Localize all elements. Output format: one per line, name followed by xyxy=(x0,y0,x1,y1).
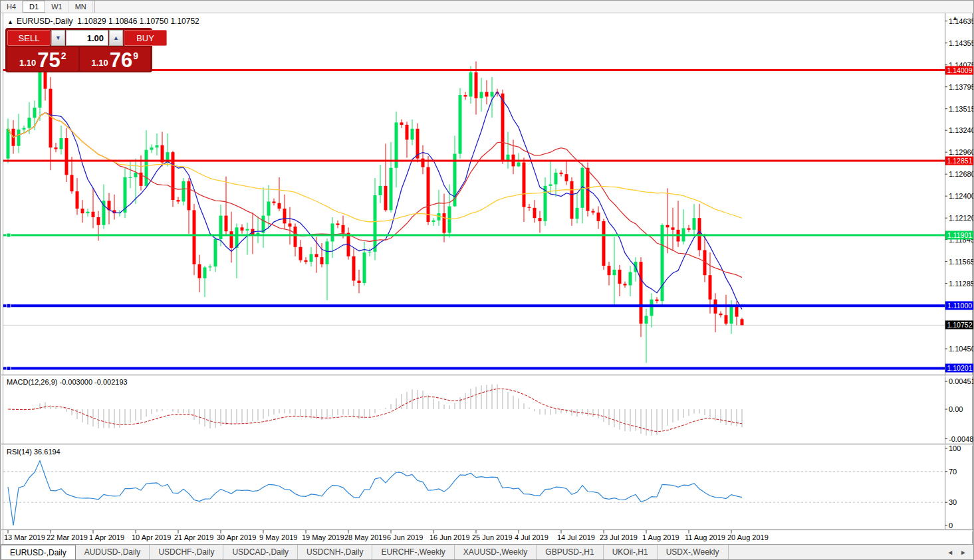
price-level-badge: 1.11901 xyxy=(945,231,974,240)
timeframe-button-d1[interactable]: D1 xyxy=(23,1,45,13)
date-axis-label: 10 Apr 2019 xyxy=(132,533,171,541)
price-scale-tick: 1.12680 xyxy=(949,170,974,178)
trading-terminal-window: H4D1W1MN ▲EURUSD-,Daily 1.10829 1.10846 … xyxy=(0,0,974,560)
buy-price-sup: 9 xyxy=(133,50,138,61)
buy-price-display[interactable]: 1.10 76 9 xyxy=(80,47,151,71)
level-line-handle[interactable] xyxy=(7,304,11,308)
chart-tab-gbpusd-h1[interactable]: GBPUSD-,H1 xyxy=(537,545,603,559)
buy-price-big: 76 xyxy=(110,50,132,70)
trade-panel-collapse-icon[interactable]: ▲ xyxy=(7,19,13,25)
ohlc-values: 1.10829 1.10846 1.10750 1.10752 xyxy=(77,17,199,26)
price-scale-tick: 1.13795 xyxy=(949,83,974,91)
price-level-badge: 1.11000 xyxy=(945,302,974,310)
sell-price-sup: 2 xyxy=(61,50,66,61)
chart-title: ▲EURUSD-,Daily 1.10829 1.10846 1.10750 1… xyxy=(7,17,199,26)
price-scale-tick: 1.11565 xyxy=(949,258,974,266)
date-axis-label: 1 Aug 2019 xyxy=(642,533,679,541)
price-level-badge: 1.12851 xyxy=(945,157,974,165)
rsi-scale-tick: 70 xyxy=(949,468,957,476)
volume-input[interactable] xyxy=(66,30,108,46)
chart-tab-audusd-daily[interactable]: AUDUSD-,Daily xyxy=(76,545,150,559)
toolbar-separator xyxy=(94,1,95,13)
tab-scroll-right-icon[interactable]: ► xyxy=(960,549,967,556)
price-scale-tick: 1.14355 xyxy=(949,39,974,47)
sell-price-big: 75 xyxy=(37,50,60,70)
price-level-badge: 1.10752 xyxy=(945,321,974,329)
price-scale-tick: 1.12400 xyxy=(949,192,974,200)
sell-price-display[interactable]: 1.10 75 2 xyxy=(7,47,78,71)
level-line-handle[interactable] xyxy=(7,233,11,237)
symbol-timeframe-label: EURUSD-,Daily xyxy=(17,17,73,26)
timeframe-button-mn[interactable]: MN xyxy=(69,1,93,13)
date-axis-label: 23 Jul 2019 xyxy=(600,533,638,541)
volume-decrease-button[interactable]: ▼ xyxy=(51,30,65,46)
volume-increase-button[interactable]: ▲ xyxy=(109,30,123,46)
price-scale-tick: 1.13515 xyxy=(949,105,974,113)
timeframe-button-h4[interactable]: H4 xyxy=(1,1,23,13)
rsi-scale-tick: 100 xyxy=(949,444,961,452)
date-axis-label: 30 Apr 2019 xyxy=(217,533,256,541)
date-axis-label: 22 Mar 2019 xyxy=(47,533,88,541)
date-axis-label: 6 Jun 2019 xyxy=(387,533,423,541)
tab-scroll-nav: ◄► xyxy=(940,545,973,559)
rsi-scale-tick: 30 xyxy=(949,498,957,506)
tab-scroll-left-icon[interactable]: ◄ xyxy=(947,549,953,556)
timeframe-button-w1[interactable]: W1 xyxy=(45,1,69,13)
chart-tab-xauusd-weekly[interactable]: XAUUSD-,Weekly xyxy=(455,545,537,559)
rsi-indicator-label: RSI(14) 36.6194 xyxy=(7,448,61,456)
macd-scale-tick: 0.004517 xyxy=(949,377,974,385)
sell-price-prefix: 1.10 xyxy=(19,58,36,68)
price-scale-tick: 1.13240 xyxy=(949,126,974,134)
date-axis-label: 9 May 2019 xyxy=(259,533,297,541)
price-scale-tick: 1.12960 xyxy=(949,148,974,156)
price-scale-tick: 1.11285 xyxy=(949,280,974,288)
chart-tab-usdcnh-daily[interactable]: USDCNH-,Daily xyxy=(298,545,372,559)
macd-indicator-label: MACD(12,26,9) -0.003000 -0.002193 xyxy=(7,378,128,386)
sell-button[interactable]: SELL xyxy=(7,30,51,46)
date-axis-label: 25 Jun 2019 xyxy=(472,533,513,541)
chart-tab-usdchf-daily[interactable]: USDCHF-,Daily xyxy=(150,545,223,559)
date-axis-label: 28 May 2019 xyxy=(344,533,387,541)
chart-tab-usdx-weekly[interactable]: USDX-,Weekly xyxy=(658,545,729,559)
price-scale-tick: 1.12120 xyxy=(949,214,974,222)
chart-tab-eurusd-daily[interactable]: EURUSD-,Daily xyxy=(1,545,76,559)
price-level-badge: 1.14009 xyxy=(945,66,974,74)
price-scale-tick: 1.10450 xyxy=(949,345,974,353)
date-axis-label: 13 Mar 2019 xyxy=(4,533,45,541)
buy-button[interactable]: BUY xyxy=(124,30,167,46)
date-axis-label: 21 Apr 2019 xyxy=(174,533,213,541)
price-level-badge: 1.10201 xyxy=(945,364,974,373)
macd-scale-tick: -0.004806 xyxy=(949,435,974,443)
chart-tab-bar: EURUSD-,DailyAUDUSD-,DailyUSDCHF-,DailyU… xyxy=(1,544,973,559)
timeframe-toolbar: H4D1W1MN xyxy=(1,1,973,13)
date-axis-label: 11 Aug 2019 xyxy=(685,533,725,541)
chart-tab-usdcad-daily[interactable]: USDCAD-,Daily xyxy=(223,545,298,559)
chart-tab-eurchf-weekly[interactable]: EURCHF-,Weekly xyxy=(372,545,454,559)
date-axis-label: 4 Jul 2019 xyxy=(515,533,548,541)
date-axis-label: 1 Apr 2019 xyxy=(89,533,124,541)
chart-canvas[interactable] xyxy=(1,1,974,560)
level-line-handle[interactable] xyxy=(7,366,11,370)
scale-top-arrow-icon[interactable]: ▲ xyxy=(952,15,958,21)
date-axis-label: 20 Aug 2019 xyxy=(727,533,769,541)
rsi-scale-tick: 0 xyxy=(949,521,953,529)
one-click-trade-panel: SELL ▼ ▲ BUY 1.10 75 2 1.10 76 9 xyxy=(5,28,152,72)
buy-price-prefix: 1.10 xyxy=(91,58,108,68)
date-axis-label: 16 Jun 2019 xyxy=(429,533,470,541)
chart-tab-ukoil-h1[interactable]: UKOil-,H1 xyxy=(604,545,658,559)
date-axis-label: 14 Jul 2019 xyxy=(557,533,595,541)
date-axis-label: 19 May 2019 xyxy=(302,533,344,541)
macd-scale-tick: 0.00 xyxy=(949,405,963,413)
